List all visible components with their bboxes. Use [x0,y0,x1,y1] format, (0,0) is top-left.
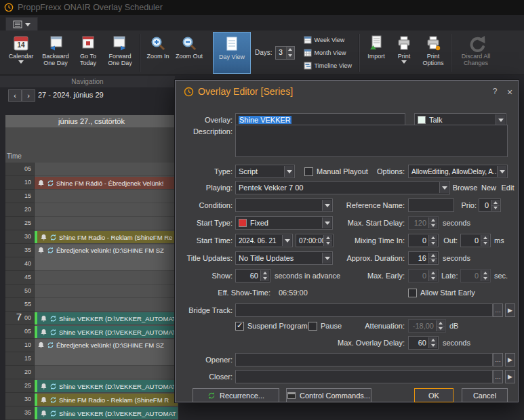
opener-input[interactable] [235,353,493,366]
suspend-program-checkbox[interactable]: Suspend Program [235,319,308,333]
spinner-buttons[interactable] [481,235,489,246]
day-view-button[interactable]: Day View [213,32,251,74]
spin-down-icon[interactable] [429,259,437,264]
title-updates-dropdown[interactable]: No Title Updates [235,251,333,265]
description-input[interactable] [235,125,508,157]
spin-up-icon[interactable] [481,235,489,241]
schedule-event[interactable]: Ébredjenek velünk! (D:\SHINE FM SZ [35,245,178,270]
timeline-view-button[interactable]: Timeline View [302,59,355,72]
browse-button[interactable]: Browse [451,181,479,194]
spin-down-icon[interactable] [429,343,437,349]
allow-start-early-checkbox[interactable]: Allow Start Early [408,286,475,299]
start-time-spinner[interactable]: 07:00:00 [296,234,334,247]
late-spinner[interactable]: 0 [460,269,491,282]
dropdown-arrow-icon[interactable] [284,166,294,177]
control-commands-button[interactable]: Control Commands... [286,388,371,402]
day-column-header[interactable]: június 27., csütörtök [5,115,178,128]
spinner-buttons[interactable] [436,320,445,331]
spin-up-icon[interactable] [429,270,437,276]
spinner-buttons[interactable] [491,200,500,211]
spin-down-icon[interactable] [481,276,489,282]
forward-one-day-button[interactable]: Forward One Day [103,32,137,74]
spin-up-icon[interactable] [491,200,500,206]
spin-down-icon[interactable] [261,276,269,282]
days-value-box[interactable]: 3 [275,46,295,60]
checkbox-box-checked[interactable] [235,322,244,331]
bridge-track-play-button[interactable]: ▶ [505,303,515,317]
show-spinner[interactable]: 60 [235,269,270,282]
backward-one-day-button[interactable]: Backward One Day [38,32,73,74]
nav-prev-button[interactable]: ‹ [8,89,22,102]
spin-down-icon[interactable] [324,241,332,247]
spin-down-icon[interactable] [437,327,445,332]
condition-dropdown[interactable] [235,198,333,212]
mixing-time-in-spinner[interactable]: 0 [408,234,439,247]
schedule-event[interactable]: Shine FM Rádió - Ébredjenek Velünk! [35,177,178,189]
start-date-picker[interactable]: 2024. 06. 21 [235,234,293,247]
reference-name-input[interactable] [408,198,454,212]
max-start-delay-spinner[interactable]: 120 [408,216,439,230]
days-spin-buttons[interactable] [286,47,294,59]
zoom-in-button[interactable]: Zoom In [142,32,174,74]
ok-button[interactable]: OK [414,388,454,402]
spin-down-icon[interactable] [429,241,437,247]
spin-up-icon[interactable] [437,320,445,327]
spin-down-icon[interactable] [481,241,489,247]
dropdown-arrow-icon[interactable] [496,114,505,125]
go-to-today-button[interactable]: Go To Today [73,32,103,74]
schedule-event[interactable]: Ébredjenek velünk! (D:\SHINE FM SZ [35,339,178,365]
spin-down-icon[interactable] [287,53,294,59]
spinner-buttons[interactable] [260,270,269,281]
schedule-event[interactable]: Shine FM Radio - Reklam (ShineFM Re [35,231,178,243]
spin-down-icon[interactable] [429,224,437,229]
start-type-dropdown[interactable]: Fixed [235,216,333,230]
import-button[interactable]: Import [362,32,390,74]
spin-up-icon[interactable] [324,235,332,241]
schedule-event[interactable]: Shine VEKKER (D:\VEKKER_AUTOMAT [35,380,178,392]
playing-dropdown[interactable]: Pentek Vekker 7 00 [235,181,450,194]
max-overlay-delay-spinner[interactable]: 60 [408,336,439,350]
spin-up-icon[interactable] [429,217,437,224]
cancel-button[interactable]: Cancel [462,388,508,402]
print-button[interactable]: Print [390,32,418,74]
dialog-close-button[interactable]: × [505,87,515,98]
discard-all-changes-button[interactable]: Discard All Changes [454,32,498,74]
type-dropdown[interactable]: Script [235,165,295,178]
opener-browse-button[interactable]: … [493,353,503,366]
spin-down-icon[interactable] [429,276,437,282]
spin-up-icon[interactable] [287,47,294,53]
dropdown-arrow-icon[interactable] [322,217,331,228]
spinner-buttons[interactable] [428,253,437,264]
print-options-button[interactable]: Print Options [418,32,449,74]
closer-browse-button[interactable]: … [493,370,503,383]
opener-play-button[interactable]: ▶ [505,353,515,366]
spin-up-icon[interactable] [261,270,269,276]
spin-down-icon[interactable] [491,206,500,211]
new-button[interactable]: New [480,181,498,194]
schedule-event[interactable]: Shine VEKKER (D:\VEKKER_AUTOMAT [35,326,178,338]
checkbox-box[interactable] [408,289,417,297]
bridge-track-input[interactable] [235,303,493,317]
week-view-button[interactable]: Week View [302,33,355,46]
attenuation-spinner[interactable]: -18,00 [408,319,446,333]
schedule-event[interactable]: Shine VEKKER (D:\VEKKER_AUTOMAT [35,407,178,419]
month-view-button[interactable]: Month View [302,46,355,59]
dropdown-arrow-icon[interactable] [439,182,449,193]
spinner-buttons[interactable] [428,235,437,246]
checkbox-box[interactable] [308,322,317,331]
mixing-time-out-spinner[interactable]: 0 [460,234,491,247]
dropdown-arrow-icon[interactable] [497,166,506,177]
spinner-buttons[interactable] [428,217,437,228]
closer-input[interactable] [235,370,493,383]
closer-play-button[interactable]: ▶ [505,370,515,383]
spinner-buttons[interactable] [428,337,437,348]
pause-checkbox[interactable]: Pause [308,319,342,333]
spinner-buttons[interactable] [323,235,332,246]
dialog-help-button[interactable]: ? [490,87,500,96]
recurrence-button[interactable]: Recurrence... [193,388,279,402]
prio-spinner[interactable]: 0 [479,198,501,212]
schedule-event[interactable]: Shine VEKKER (D:\VEKKER_AUTOMAT [35,312,178,324]
approx-duration-spinner[interactable]: 16 [408,251,439,265]
dropdown-arrow-icon[interactable] [322,200,331,211]
max-early-spinner[interactable]: 0 [408,269,439,282]
